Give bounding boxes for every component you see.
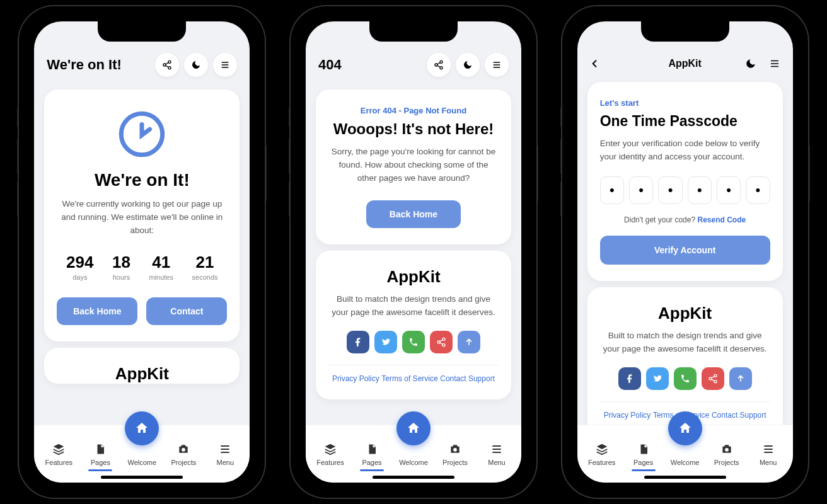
layers-icon: [52, 442, 65, 456]
resend-code-link[interactable]: Resend Code: [697, 215, 746, 224]
maintenance-card: We're on It! We're currently working to …: [44, 89, 240, 341]
camera-icon: [449, 442, 461, 456]
svg-point-4: [182, 448, 185, 452]
otp-digit-6[interactable]: •: [746, 176, 770, 204]
dark-mode-button[interactable]: [184, 53, 208, 77]
contact-button[interactable]: Contact: [146, 297, 227, 325]
layers-icon: [596, 442, 608, 456]
tab-welcome[interactable]: Welcome: [121, 430, 163, 470]
tab-projects[interactable]: Projects: [706, 430, 748, 470]
tab-projects[interactable]: Projects: [434, 430, 476, 470]
svg-point-10: [442, 343, 445, 346]
menu-icon: [762, 442, 775, 456]
svg-point-12: [714, 374, 717, 377]
card-title: We're on It!: [57, 170, 227, 190]
svg-point-7: [440, 67, 442, 69]
tab-features[interactable]: Features: [309, 430, 351, 470]
card-description: Sorry, the page you're looking for canno…: [328, 146, 499, 185]
otp-input-row: • • • • • •: [600, 176, 770, 204]
countdown-minutes: 41: [149, 254, 173, 271]
dark-mode-button[interactable]: [456, 53, 480, 77]
error-404-card: Error 404 - Page Not Found Wooops! It's …: [316, 89, 511, 244]
back-button[interactable]: [590, 59, 600, 69]
page-header: AppKit: [577, 49, 793, 76]
svg-point-1: [163, 64, 166, 66]
tab-menu[interactable]: Menu: [476, 430, 518, 470]
page-header: 404: [306, 49, 521, 83]
phone-button[interactable]: [674, 367, 697, 390]
svg-point-8: [442, 338, 445, 340]
menu-icon: [490, 442, 503, 456]
social-buttons: [600, 367, 770, 390]
share-social-button[interactable]: [702, 367, 724, 390]
terms-link[interactable]: Terms of Service: [381, 374, 437, 383]
menu-button[interactable]: [213, 53, 237, 77]
appkit-title: AppKit: [57, 364, 227, 384]
menu-button[interactable]: [769, 58, 780, 69]
share-button[interactable]: [427, 53, 451, 77]
layers-icon: [324, 442, 337, 456]
tab-welcome[interactable]: Welcome: [393, 430, 434, 470]
tab-pages[interactable]: Pages: [79, 430, 121, 470]
resend-prompt: Didn't get your code?: [624, 215, 697, 224]
appkit-card: AppKit Built to match the design trends …: [316, 251, 511, 399]
privacy-link[interactable]: Privacy Policy: [604, 411, 651, 420]
svg-point-2: [168, 67, 171, 69]
tab-features[interactable]: Features: [581, 430, 623, 470]
camera-icon: [720, 442, 733, 456]
otp-digit-4[interactable]: •: [688, 176, 712, 204]
verify-account-button[interactable]: Verify Account: [600, 236, 770, 265]
page-header: We're on It!: [34, 49, 250, 83]
otp-digit-5[interactable]: •: [717, 176, 741, 204]
card-title: Wooops! It's not Here!: [328, 120, 499, 138]
tab-bar: Features Pages Welcome Projects Menu: [34, 425, 250, 483]
tab-pages[interactable]: Pages: [623, 430, 664, 470]
tab-welcome[interactable]: Welcome: [664, 430, 706, 470]
appkit-card: AppKit: [44, 348, 240, 384]
tab-bar: Features Pages Welcome Projects Menu: [306, 425, 521, 483]
tab-pages[interactable]: Pages: [351, 430, 393, 470]
appkit-description: Built to match the design trends and giv…: [328, 293, 499, 319]
menu-button[interactable]: [485, 53, 509, 77]
privacy-link[interactable]: Privacy Policy: [332, 374, 379, 383]
twitter-button[interactable]: [646, 367, 669, 390]
facebook-button[interactable]: [347, 331, 369, 353]
otp-digit-3[interactable]: •: [658, 176, 682, 204]
tab-features[interactable]: Features: [38, 430, 79, 470]
otp-subheading: Let's start: [600, 98, 770, 108]
scroll-top-button[interactable]: [458, 331, 480, 353]
page-title: AppKit: [668, 58, 701, 69]
back-home-button[interactable]: Back Home: [57, 297, 137, 325]
share-social-button[interactable]: [430, 331, 453, 353]
otp-card: Let's start One Time Passcode Enter your…: [587, 82, 783, 281]
twitter-button[interactable]: [374, 331, 397, 353]
card-title: One Time Passcode: [600, 113, 770, 130]
contact-support-link[interactable]: Contact Support: [440, 374, 495, 383]
file-icon: [95, 442, 106, 456]
phone-button[interactable]: [402, 331, 425, 353]
tab-projects[interactable]: Projects: [163, 430, 204, 470]
facebook-button[interactable]: [618, 367, 641, 390]
camera-icon: [177, 442, 190, 456]
dark-mode-button[interactable]: [745, 58, 756, 69]
otp-digit-2[interactable]: •: [629, 176, 653, 204]
tab-bar: Features Pages Welcome Projects Menu: [577, 425, 793, 483]
card-description: Enter your verification code below to ve…: [600, 137, 770, 164]
otp-digit-1[interactable]: •: [600, 176, 624, 204]
share-button[interactable]: [155, 53, 179, 77]
svg-point-13: [709, 377, 712, 380]
file-icon: [366, 442, 378, 456]
appkit-description: Built to match the design trends and giv…: [600, 329, 770, 356]
countdown-days: 294: [66, 254, 93, 271]
menu-icon: [219, 442, 231, 456]
tab-menu[interactable]: Menu: [204, 430, 246, 470]
tab-menu[interactable]: Menu: [748, 430, 789, 470]
contact-support-link[interactable]: Contact Support: [712, 411, 766, 420]
phone-mockup-3: AppKit Let's start One Time Passcode Ent…: [562, 6, 808, 498]
svg-point-0: [168, 60, 171, 63]
scroll-top-button[interactable]: [729, 367, 752, 390]
social-buttons: [328, 331, 499, 353]
clock-icon: [117, 110, 166, 159]
back-home-button[interactable]: Back Home: [366, 200, 461, 228]
svg-point-9: [437, 341, 440, 343]
